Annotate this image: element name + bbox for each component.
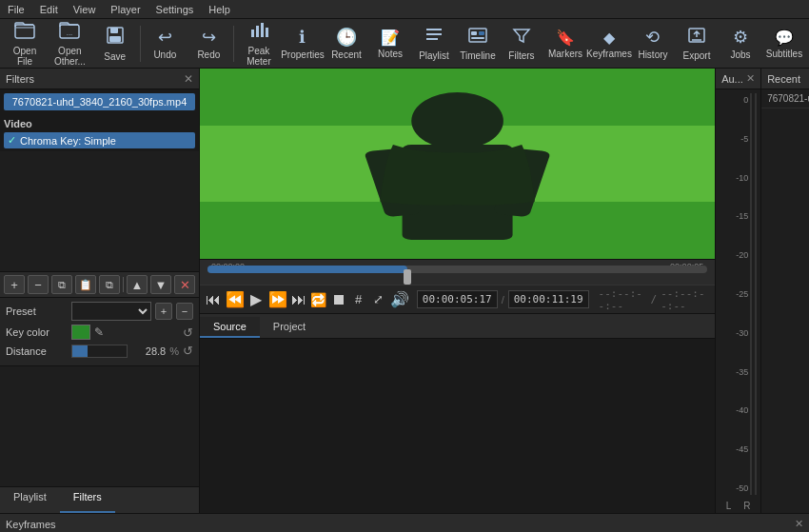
history-icon: ⟲ [645,27,660,48]
l-label: L [726,501,732,511]
preset-select[interactable] [71,302,151,321]
peak-meter-button[interactable]: Peak Meter [238,22,280,66]
menu-help[interactable]: Help [201,2,238,17]
recent-label: Recent [331,49,362,60]
open-file-icon [14,20,35,44]
filter-down-button[interactable]: ▼ [150,275,171,294]
open-file-button[interactable]: Open File [4,22,46,66]
filter-item-chroma[interactable]: ✓ Chroma Key: Simple [4,132,195,148]
filter-copy-button[interactable]: ⧉ [51,275,72,294]
filters-close-button[interactable]: ✕ [184,72,193,86]
recent-panel-header: Recent ✕ [761,69,809,89]
distance-reset-button[interactable]: ↺ [183,344,193,358]
audio-panel-close[interactable]: ✕ [746,72,755,85]
keyframes-icon: ◆ [603,29,615,47]
open-other-button[interactable]: ... Open Other... [48,22,92,66]
fast-forward-button[interactable]: ⏩ [268,288,287,311]
filter-add-button[interactable]: + [4,275,25,294]
tab-filters[interactable]: Filters [60,487,115,513]
menu-edit[interactable]: Edit [32,2,66,17]
filter-paste-button[interactable]: 📋 [75,275,96,294]
notes-button[interactable]: 📝 Notes [369,22,411,66]
stop-button[interactable]: ⏹ [330,288,346,311]
meter-tick-20: -20 [720,250,748,260]
recent-panel-title: Recent [767,73,800,85]
playlist-button[interactable]: Playlist [413,22,455,66]
play-button[interactable]: ▶ [248,288,265,311]
filter-move-up-button[interactable]: ⧉ [99,275,120,294]
tab-source[interactable]: Source [200,317,260,338]
menu-settings[interactable]: Settings [148,2,202,17]
menu-player[interactable]: Player [103,2,148,17]
keyframes-button[interactable]: ◆ Keyframes [588,22,630,66]
distance-unit: % [169,345,179,357]
preview-svg [200,69,715,259]
distance-bar[interactable] [71,345,128,358]
svg-point-21 [411,92,503,149]
keycolor-swatch[interactable] [71,325,90,340]
meter-tick-45: -45 [720,444,748,454]
zoom-fit-button[interactable]: ⤢ [370,288,386,311]
playlist-icon [424,27,444,49]
svg-rect-13 [469,29,486,42]
rewind-button[interactable]: ⏪ [226,288,245,311]
menu-view[interactable]: View [66,2,104,17]
filters-section: Video ✓ Chroma Key: Simple [0,114,199,151]
subtitles-button[interactable]: 💬 Subtitles [763,22,805,66]
distance-value: 28.8 [131,345,166,357]
open-other-label: Open Other... [51,46,89,67]
timecode-extra3: --:--:--:-- [661,287,709,312]
volume-button[interactable]: 🔊 [390,288,409,311]
ftool-sep [123,277,124,292]
filters-panel-header: Filters ✕ [0,69,199,89]
timecode-sep: / [502,294,504,305]
tab-project[interactable]: Project [260,317,319,338]
preview-scrubber[interactable]: 00:00:00 00:00:05 [200,259,715,286]
export-button[interactable]: Export [676,22,718,66]
history-button[interactable]: ⟲ History [632,22,674,66]
keycolor-edit-button[interactable]: ✎ [94,325,104,339]
keycolor-reset-button[interactable]: ↺ [183,325,193,340]
svg-rect-0 [15,25,34,38]
markers-icon: 🔖 [556,29,575,47]
timeline-label: Timeline [460,50,495,61]
preset-remove-button[interactable]: − [176,303,193,320]
filter-up-button[interactable]: ▲ [127,275,148,294]
toolbar-sep-1 [140,26,141,62]
filter-close-button[interactable]: ✕ [174,275,195,294]
scrubber-bar[interactable] [207,266,707,273]
redo-button[interactable]: ↪ Redo [187,22,229,66]
recent-button[interactable]: 🕒 Recent [326,22,367,66]
markers-button[interactable]: 🔖 Markers [544,22,586,66]
redo-label: Redo [197,49,220,60]
left-bottom-tabs: Playlist Filters [0,486,199,513]
center-panel: 00:00:00 00:00:05 ⏮ ⏪ ▶ ⏩ ⏭ 🔁 ⏹ # ⤢ 🔊 00… [200,69,715,513]
meter-tick-25: -25 [720,289,748,299]
main-layout: Filters ✕ 7670821-uhd_3840_2160_30fps.mp… [0,69,809,513]
audio-panel-header: Au... ✕ [716,69,760,89]
svg-rect-16 [471,37,484,39]
preview-video [200,69,715,259]
tab-playlist[interactable]: Playlist [0,487,60,513]
recent-item-0[interactable]: 7670821-uhd_3840_2160_30... [761,89,809,108]
jobs-button[interactable]: ⚙ Jobs [720,22,761,66]
source-project-tabs: Source Project [200,314,715,339]
timeline-button[interactable]: Timeline [457,22,499,66]
save-button[interactable]: Save [94,22,136,66]
filters-button[interactable]: Filters [501,22,543,66]
filters-panel: Filters ✕ 7670821-uhd_3840_2160_30fps.mp… [0,69,200,513]
scrubber-handle[interactable] [404,269,411,285]
undo-button[interactable]: ↩ Undo [144,22,186,66]
loop-button[interactable]: 🔁 [310,288,326,311]
meter-bar-l [750,93,752,495]
svg-rect-9 [266,28,268,37]
export-label: Export [683,50,711,61]
preset-add-button[interactable]: + [155,303,172,320]
keyframes-header-close[interactable]: ✕ [795,518,803,530]
grid-button[interactable]: # [350,288,366,311]
go-start-button[interactable]: ⏮ [206,288,222,311]
go-end-button[interactable]: ⏭ [291,288,307,311]
properties-button[interactable]: ℹ Properties [282,22,324,66]
filter-remove-button[interactable]: − [28,275,49,294]
menu-file[interactable]: File [0,2,32,17]
